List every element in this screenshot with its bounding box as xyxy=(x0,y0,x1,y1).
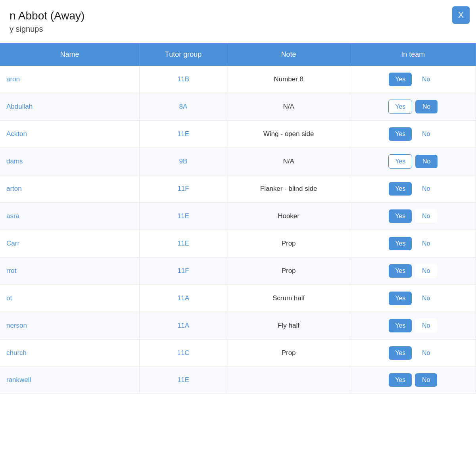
cell-name: asra xyxy=(0,203,140,230)
cell-tutor: 9B xyxy=(140,148,227,175)
table-row: dams9BN/AYesNo xyxy=(0,148,476,175)
cell-tutor: 11E xyxy=(140,230,227,257)
cell-name: rrot xyxy=(0,257,140,285)
no-button[interactable]: No xyxy=(415,182,437,196)
signups-table: Name Tutor group Note In team aron11BNum… xyxy=(0,43,476,393)
cell-tutor: 11E xyxy=(140,203,227,230)
cell-inteam: YesNo xyxy=(350,203,476,230)
table-row: arton11FFlanker - blind sideYesNo xyxy=(0,175,476,203)
cell-inteam: YesNo xyxy=(350,340,476,367)
cell-tutor: 11A xyxy=(140,285,227,312)
no-button[interactable]: No xyxy=(415,209,437,223)
col-header-name: Name xyxy=(0,43,140,66)
cell-name: ot xyxy=(0,285,140,312)
col-header-note: Note xyxy=(227,43,350,66)
cell-name: Ackton xyxy=(0,121,140,148)
modal: n Abbot (Away) y signups X Name Tutor gr… xyxy=(0,0,476,476)
yes-button[interactable]: Yes xyxy=(389,237,412,250)
no-button[interactable]: No xyxy=(415,291,437,305)
cell-tutor: 11F xyxy=(140,175,227,203)
cell-note: N/A xyxy=(227,93,350,121)
cell-tutor: 11F xyxy=(140,257,227,285)
table-row: nerson11AFly halfYesNo xyxy=(0,312,476,340)
table-row: asra11EHookerYesNo xyxy=(0,203,476,230)
cell-note xyxy=(227,367,350,393)
cell-tutor: 11E xyxy=(140,121,227,148)
no-button[interactable]: No xyxy=(415,155,438,168)
table-row: Carr11EPropYesNo xyxy=(0,230,476,257)
modal-header: n Abbot (Away) y signups xyxy=(0,0,476,37)
cell-name: aron xyxy=(0,66,140,93)
cell-tutor: 11C xyxy=(140,340,227,367)
cell-note: Scrum half xyxy=(227,285,350,312)
no-button[interactable]: No xyxy=(415,236,437,251)
cell-name: church xyxy=(0,340,140,367)
yes-button[interactable]: Yes xyxy=(389,209,412,223)
col-header-inteam: In team xyxy=(350,43,476,66)
yes-button[interactable]: Yes xyxy=(388,154,412,169)
cell-note: Prop xyxy=(227,230,350,257)
cell-note: Hooker xyxy=(227,203,350,230)
cell-inteam: YesNo xyxy=(350,367,476,393)
cell-note: Wing - open side xyxy=(227,121,350,148)
no-button[interactable]: No xyxy=(415,100,438,113)
modal-title: n Abbot (Away) xyxy=(10,10,444,22)
cell-inteam: YesNo xyxy=(350,148,476,175)
cell-inteam: YesNo xyxy=(350,66,476,93)
cell-tutor: 11B xyxy=(140,66,227,93)
cell-inteam: YesNo xyxy=(350,230,476,257)
cell-inteam: YesNo xyxy=(350,312,476,340)
cell-inteam: YesNo xyxy=(350,257,476,285)
cell-name: Abdullah xyxy=(0,93,140,121)
table-row: rrot11FPropYesNo xyxy=(0,257,476,285)
no-button[interactable]: No xyxy=(415,373,437,387)
cell-name: dams xyxy=(0,148,140,175)
table-row: rankwell11EYesNo xyxy=(0,367,476,393)
yes-button[interactable]: Yes xyxy=(389,319,412,332)
yes-button[interactable]: Yes xyxy=(389,127,412,141)
no-button[interactable]: No xyxy=(415,72,437,86)
close-button[interactable]: X xyxy=(452,6,470,24)
cell-note: Fly half xyxy=(227,312,350,340)
table-row: church11CPropYesNo xyxy=(0,340,476,367)
cell-note: N/A xyxy=(227,148,350,175)
cell-name: arton xyxy=(0,175,140,203)
no-button[interactable]: No xyxy=(415,264,437,278)
col-header-tutor: Tutor group xyxy=(140,43,227,66)
cell-note: Flanker - blind side xyxy=(227,175,350,203)
cell-tutor: 8A xyxy=(140,93,227,121)
yes-button[interactable]: Yes xyxy=(389,373,412,387)
table-row: Ackton11EWing - open sideYesNo xyxy=(0,121,476,148)
modal-subtitle: y signups xyxy=(10,25,444,34)
cell-name: rankwell xyxy=(0,367,140,393)
cell-inteam: YesNo xyxy=(350,93,476,121)
cell-name: nerson xyxy=(0,312,140,340)
table-row: aron11BNumber 8YesNo xyxy=(0,66,476,93)
cell-note: Prop xyxy=(227,340,350,367)
cell-note: Number 8 xyxy=(227,66,350,93)
no-button[interactable]: No xyxy=(415,319,437,333)
yes-button[interactable]: Yes xyxy=(389,346,412,360)
yes-button[interactable]: Yes xyxy=(388,100,412,114)
cell-inteam: YesNo xyxy=(350,175,476,203)
yes-button[interactable]: Yes xyxy=(389,264,412,278)
no-button[interactable]: No xyxy=(415,127,437,141)
table-header-row: Name Tutor group Note In team xyxy=(0,43,476,66)
cell-inteam: YesNo xyxy=(350,121,476,148)
table-row: ot11AScrum halfYesNo xyxy=(0,285,476,312)
yes-button[interactable]: Yes xyxy=(389,292,412,305)
cell-tutor: 11A xyxy=(140,312,227,340)
cell-tutor: 11E xyxy=(140,367,227,393)
table-row: Abdullah8AN/AYesNo xyxy=(0,93,476,121)
no-button[interactable]: No xyxy=(415,346,437,360)
cell-name: Carr xyxy=(0,230,140,257)
yes-button[interactable]: Yes xyxy=(389,182,412,196)
cell-note: Prop xyxy=(227,257,350,285)
yes-button[interactable]: Yes xyxy=(389,73,412,86)
cell-inteam: YesNo xyxy=(350,285,476,312)
